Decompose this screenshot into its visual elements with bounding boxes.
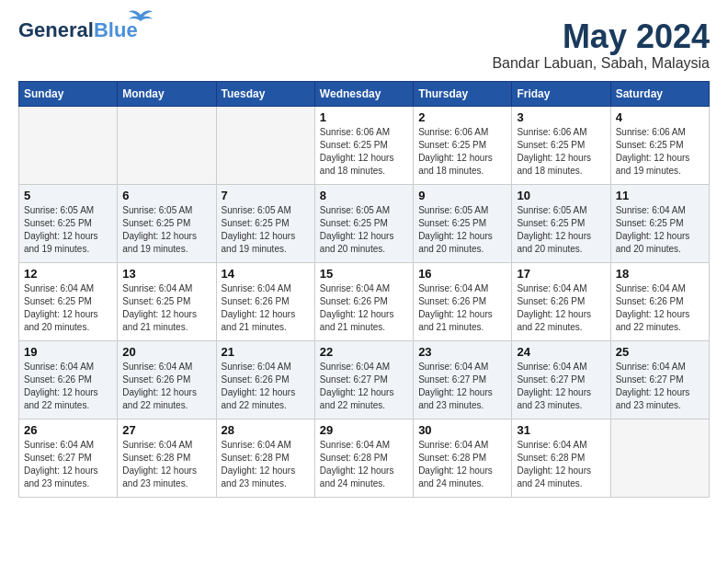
day-number: 30 — [418, 423, 506, 437]
day-info: Sunrise: 6:04 AM Sunset: 6:27 PM Dayligh… — [320, 361, 408, 412]
day-number: 11 — [616, 189, 704, 202]
weekday-header-wednesday: Wednesday — [314, 81, 413, 106]
calendar-day-cell: 15Sunrise: 6:04 AM Sunset: 6:26 PM Dayli… — [314, 262, 413, 340]
calendar-day-cell: 29Sunrise: 6:04 AM Sunset: 6:28 PM Dayli… — [314, 419, 413, 497]
calendar-day-cell — [216, 106, 314, 184]
calendar-day-cell: 14Sunrise: 6:04 AM Sunset: 6:26 PM Dayli… — [216, 262, 314, 340]
calendar-day-cell: 28Sunrise: 6:04 AM Sunset: 6:28 PM Dayli… — [216, 419, 314, 497]
day-info: Sunrise: 6:04 AM Sunset: 6:28 PM Dayligh… — [517, 439, 605, 490]
logo-bird-icon — [127, 7, 154, 28]
logo-general: General — [18, 18, 94, 41]
calendar-day-cell: 26Sunrise: 6:04 AM Sunset: 6:27 PM Dayli… — [19, 419, 118, 497]
day-info: Sunrise: 6:04 AM Sunset: 6:26 PM Dayligh… — [222, 282, 310, 334]
calendar-week-row: 19Sunrise: 6:04 AM Sunset: 6:26 PM Dayli… — [19, 340, 710, 419]
day-number: 25 — [616, 345, 704, 359]
day-number: 10 — [517, 189, 605, 202]
day-info: Sunrise: 6:04 AM Sunset: 6:26 PM Dayligh… — [320, 282, 408, 334]
day-info: Sunrise: 6:04 AM Sunset: 6:27 PM Dayligh… — [616, 361, 704, 412]
day-number: 27 — [122, 423, 210, 437]
day-info: Sunrise: 6:05 AM Sunset: 6:25 PM Dayligh… — [24, 204, 112, 256]
calendar-day-cell: 17Sunrise: 6:04 AM Sunset: 6:26 PM Dayli… — [512, 262, 610, 340]
day-number: 7 — [222, 189, 310, 202]
day-info: Sunrise: 6:05 AM Sunset: 6:25 PM Dayligh… — [517, 204, 605, 256]
day-number: 6 — [122, 189, 210, 202]
day-info: Sunrise: 6:04 AM Sunset: 6:25 PM Dayligh… — [616, 204, 704, 256]
calendar-day-cell: 13Sunrise: 6:04 AM Sunset: 6:25 PM Dayli… — [118, 262, 216, 340]
calendar-table: SundayMondayTuesdayWednesdayThursdayFrid… — [18, 81, 710, 498]
calendar-day-cell: 3Sunrise: 6:06 AM Sunset: 6:25 PM Daylig… — [512, 106, 610, 184]
day-number: 29 — [320, 423, 408, 437]
day-info: Sunrise: 6:04 AM Sunset: 6:26 PM Dayligh… — [418, 282, 506, 334]
calendar-day-cell: 8Sunrise: 6:05 AM Sunset: 6:25 PM Daylig… — [314, 184, 413, 262]
calendar-day-cell: 22Sunrise: 6:04 AM Sunset: 6:27 PM Dayli… — [314, 340, 413, 419]
calendar-day-cell: 9Sunrise: 6:05 AM Sunset: 6:25 PM Daylig… — [414, 184, 512, 262]
day-number: 5 — [24, 189, 112, 202]
day-info: Sunrise: 6:04 AM Sunset: 6:26 PM Dayligh… — [517, 282, 605, 334]
day-info: Sunrise: 6:05 AM Sunset: 6:25 PM Dayligh… — [320, 204, 408, 256]
calendar-day-cell: 20Sunrise: 6:04 AM Sunset: 6:26 PM Dayli… — [118, 340, 216, 419]
day-number: 8 — [320, 189, 408, 202]
calendar-week-row: 12Sunrise: 6:04 AM Sunset: 6:25 PM Dayli… — [19, 262, 710, 340]
calendar-day-cell: 2Sunrise: 6:06 AM Sunset: 6:25 PM Daylig… — [414, 106, 512, 184]
day-info: Sunrise: 6:04 AM Sunset: 6:27 PM Dayligh… — [517, 361, 605, 412]
day-number: 31 — [517, 423, 605, 437]
calendar-day-cell — [610, 419, 709, 497]
calendar-day-cell: 31Sunrise: 6:04 AM Sunset: 6:28 PM Dayli… — [512, 419, 610, 497]
calendar-day-cell: 5Sunrise: 6:05 AM Sunset: 6:25 PM Daylig… — [19, 184, 118, 262]
day-info: Sunrise: 6:04 AM Sunset: 6:28 PM Dayligh… — [222, 439, 310, 490]
calendar-day-cell: 7Sunrise: 6:05 AM Sunset: 6:25 PM Daylig… — [216, 184, 314, 262]
calendar-day-cell: 4Sunrise: 6:06 AM Sunset: 6:25 PM Daylig… — [610, 106, 709, 184]
day-info: Sunrise: 6:06 AM Sunset: 6:25 PM Dayligh… — [418, 126, 506, 178]
weekday-header-thursday: Thursday — [414, 81, 512, 106]
calendar-day-cell — [19, 106, 118, 184]
day-number: 28 — [222, 423, 310, 437]
day-info: Sunrise: 6:04 AM Sunset: 6:25 PM Dayligh… — [24, 282, 112, 334]
weekday-header-monday: Monday — [118, 81, 216, 106]
day-number: 9 — [418, 189, 506, 202]
calendar-day-cell: 16Sunrise: 6:04 AM Sunset: 6:26 PM Dayli… — [414, 262, 512, 340]
day-info: Sunrise: 6:04 AM Sunset: 6:26 PM Dayligh… — [616, 282, 704, 334]
day-info: Sunrise: 6:04 AM Sunset: 6:28 PM Dayligh… — [418, 439, 506, 490]
day-info: Sunrise: 6:04 AM Sunset: 6:28 PM Dayligh… — [122, 439, 210, 490]
day-info: Sunrise: 6:04 AM Sunset: 6:26 PM Dayligh… — [122, 361, 210, 412]
calendar-day-cell: 19Sunrise: 6:04 AM Sunset: 6:26 PM Dayli… — [19, 340, 118, 419]
day-info: Sunrise: 6:04 AM Sunset: 6:27 PM Dayligh… — [24, 439, 112, 490]
day-info: Sunrise: 6:06 AM Sunset: 6:25 PM Dayligh… — [616, 126, 704, 178]
calendar-day-cell: 25Sunrise: 6:04 AM Sunset: 6:27 PM Dayli… — [610, 340, 709, 419]
location: Bandar Labuan, Sabah, Malaysia — [492, 55, 710, 72]
calendar-day-cell — [118, 106, 216, 184]
day-number: 15 — [320, 267, 408, 281]
day-info: Sunrise: 6:04 AM Sunset: 6:26 PM Dayligh… — [222, 361, 310, 412]
day-number: 17 — [517, 267, 605, 281]
day-info: Sunrise: 6:05 AM Sunset: 6:25 PM Dayligh… — [418, 204, 506, 256]
calendar-day-cell: 27Sunrise: 6:04 AM Sunset: 6:28 PM Dayli… — [118, 419, 216, 497]
calendar-day-cell: 1Sunrise: 6:06 AM Sunset: 6:25 PM Daylig… — [314, 106, 413, 184]
day-number: 24 — [517, 345, 605, 359]
calendar-day-cell: 12Sunrise: 6:04 AM Sunset: 6:25 PM Dayli… — [19, 262, 118, 340]
day-number: 13 — [122, 267, 210, 281]
day-number: 21 — [222, 345, 310, 359]
day-info: Sunrise: 6:04 AM Sunset: 6:28 PM Dayligh… — [320, 439, 408, 490]
day-info: Sunrise: 6:06 AM Sunset: 6:25 PM Dayligh… — [517, 126, 605, 178]
calendar-day-cell: 18Sunrise: 6:04 AM Sunset: 6:26 PM Dayli… — [610, 262, 709, 340]
calendar-header-row: SundayMondayTuesdayWednesdayThursdayFrid… — [19, 81, 710, 106]
calendar-day-cell: 21Sunrise: 6:04 AM Sunset: 6:26 PM Dayli… — [216, 340, 314, 419]
calendar-day-cell: 6Sunrise: 6:05 AM Sunset: 6:25 PM Daylig… — [118, 184, 216, 262]
weekday-header-saturday: Saturday — [610, 81, 709, 106]
title-section: May 2024 Bandar Labuan, Sabah, Malaysia — [492, 18, 710, 72]
day-info: Sunrise: 6:04 AM Sunset: 6:25 PM Dayligh… — [122, 282, 210, 334]
calendar-day-cell: 10Sunrise: 6:05 AM Sunset: 6:25 PM Dayli… — [512, 184, 610, 262]
day-number: 20 — [122, 345, 210, 359]
day-number: 16 — [418, 267, 506, 281]
day-number: 14 — [222, 267, 310, 281]
day-number: 12 — [24, 267, 112, 281]
weekday-header-friday: Friday — [512, 81, 610, 106]
calendar-week-row: 5Sunrise: 6:05 AM Sunset: 6:25 PM Daylig… — [19, 184, 710, 262]
day-info: Sunrise: 6:05 AM Sunset: 6:25 PM Dayligh… — [222, 204, 310, 256]
day-info: Sunrise: 6:05 AM Sunset: 6:25 PM Dayligh… — [122, 204, 210, 256]
day-number: 1 — [320, 110, 408, 124]
month-title: May 2024 — [492, 18, 710, 55]
page-header: GeneralBlue May 2024 Bandar Labuan, Saba… — [18, 18, 710, 72]
weekday-header-tuesday: Tuesday — [216, 81, 314, 106]
calendar-day-cell: 23Sunrise: 6:04 AM Sunset: 6:27 PM Dayli… — [414, 340, 512, 419]
